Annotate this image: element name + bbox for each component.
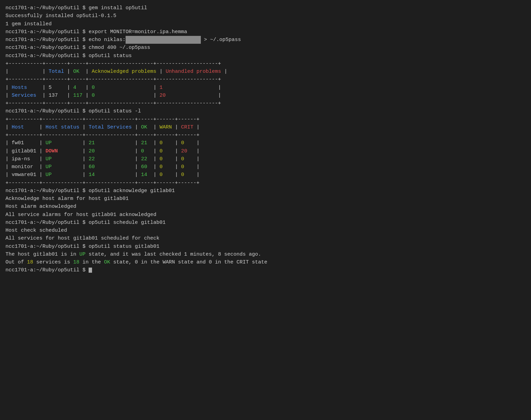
- warn-gitlab01: 0: [159, 148, 163, 154]
- prompt-final: ncc1701-a:~/Ruby/op5util $: [5, 267, 89, 273]
- table1-row-services: | Services | 137 | 117 | 0 | 20 |: [5, 92, 526, 99]
- hosts-acked: 0: [92, 85, 95, 91]
- cursor: [89, 268, 92, 273]
- total-vmware01: 14: [89, 172, 95, 178]
- status-up: UP: [79, 252, 86, 257]
- cmd-text: op5util acknowledge gitlab01: [89, 188, 175, 194]
- crit-vmware01: 0: [181, 172, 184, 178]
- line-ack-done: Host alarm acknowledged: [5, 203, 526, 211]
- text-after-up: state, and it was last checked 1 minutes…: [86, 252, 261, 257]
- total-gitlab01: 20: [89, 148, 95, 154]
- hosts-unhandled: 1: [159, 85, 163, 91]
- cmd-text: op5util schedule gitlab01: [89, 220, 166, 226]
- table1-divider-top: +-----------+-------+-----+-------------…: [5, 60, 526, 68]
- output-text: Acknowledge host alarm for host gitlab01: [5, 196, 129, 202]
- ok-monitor: 60: [141, 164, 147, 170]
- status-gitlab01: DOWN: [46, 148, 58, 154]
- output-text: All service alarms for host gitlab01 ack…: [5, 212, 156, 218]
- line-gem-install: ncc1701-a:~/Ruby/op5util $ gem install o…: [5, 4, 526, 12]
- line-echo: ncc1701-a:~/Ruby/op5util $ echo niklas:█…: [5, 36, 526, 44]
- line-acknowledge: ncc1701-a:~/Ruby/op5util $ op5util ackno…: [5, 187, 526, 195]
- crit-monitor: 0: [181, 164, 184, 170]
- line-final-2: Out of 18 services is 18 in the OK state…: [5, 258, 526, 266]
- table2-divider-bot: +----------+-------------+--------------…: [5, 179, 526, 187]
- col-acked: Acknowledged problems: [92, 69, 156, 74]
- prompt: ncc1701-a:~/Ruby/op5util $: [5, 53, 89, 59]
- cmd-text: export MONITOR=monitor.ipa.hemma: [89, 29, 187, 35]
- warn-vmware01: 0: [159, 172, 163, 178]
- warn-fw01: 0: [159, 140, 163, 146]
- line-status-gitlab01: ncc1701-a:~/Ruby/op5util $ op5util statu…: [5, 243, 526, 250]
- line-schedule: ncc1701-a:~/Ruby/op5util $ op5util sched…: [5, 219, 526, 227]
- output-text: Host check scheduled: [5, 228, 67, 233]
- table1-row-hosts: | Hosts | 5 | 4 | 0 | 1 |: [5, 84, 526, 92]
- line-gem-installed: 1 gem installed: [5, 20, 526, 28]
- col-warn: WARN: [159, 124, 172, 130]
- warn-ipa-ns: 0: [159, 156, 163, 162]
- crit-fw01: 0: [181, 140, 184, 146]
- col-total: Total: [49, 69, 64, 74]
- terminal-container: ncc1701-a:~/Ruby/op5util $ gem install o…: [5, 4, 526, 274]
- prompt: ncc1701-a:~/Ruby/op5util $: [5, 45, 89, 51]
- col-ok: OK: [73, 69, 79, 74]
- prompt: ncc1701-a:~/Ruby/op5util $: [5, 29, 89, 35]
- label-services: Services: [12, 93, 36, 98]
- line-op5util-status-l: ncc1701-a:~/Ruby/op5util $ op5util statu…: [5, 107, 526, 115]
- col-host: Host: [12, 124, 24, 130]
- col-crit: CRIT: [181, 124, 193, 130]
- cmd-text: op5util status: [89, 53, 132, 59]
- table2-divider-top: +----------+-------------+--------------…: [5, 116, 526, 123]
- line-chmod: ncc1701-a:~/Ruby/op5util $ chmod 400 ~/.…: [5, 44, 526, 52]
- col-ok: OK: [141, 124, 147, 130]
- col-unhandled: Unhandled problems: [166, 69, 221, 74]
- table2-row-fw01: | fw01 | UP | 21 | 21 | 0 | 0 |: [5, 139, 526, 147]
- line-final-1: The host gitlab01 is in UP state, and it…: [5, 250, 526, 258]
- col-total-services: Total Services: [89, 124, 132, 130]
- table1-divider-mid: +-----------+-------+-----+-------------…: [5, 76, 526, 83]
- text-before-up: The host gitlab01 is in: [5, 252, 79, 257]
- services-acked: 0: [92, 93, 95, 98]
- text-out-of: Out of: [5, 259, 27, 265]
- prompt: ncc1701-a:~/Ruby/op5util $: [5, 188, 89, 194]
- crit-gitlab01: 20: [181, 148, 187, 154]
- table2-row-ipa-ns: | ipa-ns | UP | 22 | 22 | 0 | 0 |: [5, 155, 526, 163]
- prompt: ncc1701-a:~/Ruby/op5util $: [5, 5, 89, 11]
- line-ack-services: All service alarms for host gitlab01 ack…: [5, 211, 526, 219]
- hosts-ok: 4: [73, 85, 76, 91]
- table1-header: | | Total | OK | Acknowledged problems |…: [5, 68, 526, 76]
- status-monitor: UP: [46, 164, 52, 170]
- table1-divider-bot: +-----------+-------+-----+-------------…: [5, 99, 526, 107]
- line-sched-services: All services for host gitlab01 scheduled…: [5, 234, 526, 242]
- services-ok: 117: [73, 93, 82, 98]
- secret-text: ████████████████████: [126, 36, 201, 44]
- col-host-status: Host status: [46, 124, 79, 130]
- line-export: ncc1701-a:~/Ruby/op5util $ export MONITO…: [5, 28, 526, 36]
- table2-divider-mid: +----------+-------------+--------------…: [5, 131, 526, 139]
- cmd-text: gem install op5util: [89, 5, 147, 11]
- output-text: Successfully installed op5util-0.1.5: [5, 13, 116, 19]
- warn-monitor: 0: [159, 164, 163, 170]
- ok-state: OK: [104, 259, 110, 265]
- ok-gitlab01: 0: [141, 148, 144, 154]
- prompt: ncc1701-a:~/Ruby/op5util $: [5, 244, 89, 249]
- crit-ipa-ns: 0: [181, 156, 184, 162]
- total-monitor: 60: [89, 164, 95, 170]
- cmd-text: op5util status gitlab01: [89, 244, 159, 249]
- line-op5util-status: ncc1701-a:~/Ruby/op5util $ op5util statu…: [5, 52, 526, 60]
- table2-row-gitlab01: | gitlab01 | DOWN | 20 | 0 | 0 | 20 |: [5, 147, 526, 155]
- ok-fw01: 21: [141, 140, 147, 146]
- table2-header: | Host | Host status | Total Services | …: [5, 123, 526, 131]
- cmd-text: echo niklas:: [89, 37, 126, 43]
- cmd-text: op5util status -l: [89, 108, 141, 114]
- text-services-is: services is: [33, 259, 73, 265]
- prompt: ncc1701-a:~/Ruby/op5util $: [5, 37, 89, 43]
- status-vmware01: UP: [46, 172, 52, 178]
- num-18-2: 18: [73, 259, 79, 265]
- num-18-1: 18: [27, 259, 33, 265]
- total-ipa-ns: 22: [89, 156, 95, 162]
- text-state-end: state, 0 in the WARN state and 0 in the …: [110, 259, 267, 265]
- line-gem-success: Successfully installed op5util-0.1.5: [5, 12, 526, 20]
- status-fw01: UP: [46, 140, 52, 146]
- total-fw01: 21: [89, 140, 95, 146]
- label-hosts: Hosts: [12, 85, 27, 91]
